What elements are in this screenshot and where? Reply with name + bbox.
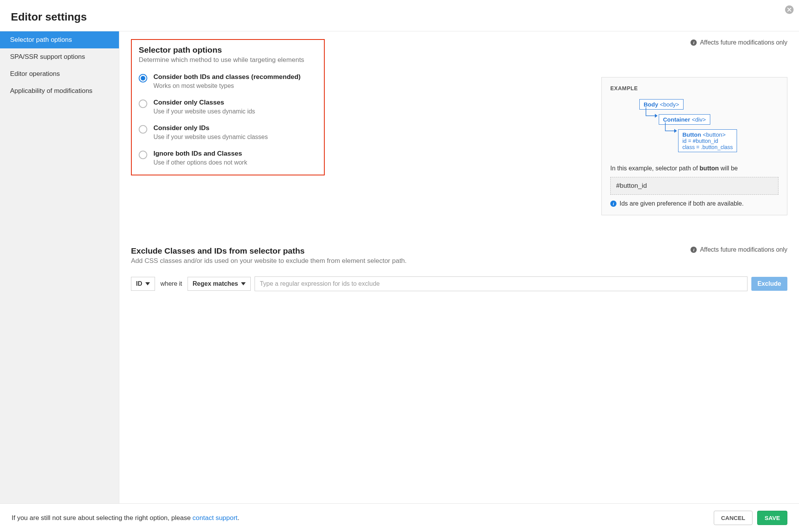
example-description: In this example, selector path of button… bbox=[610, 164, 778, 173]
radio-sublabel: Works on most website types bbox=[153, 82, 301, 89]
radio-option-ids[interactable]: Consider only IDs Use if your website us… bbox=[139, 124, 317, 141]
radio-icon[interactable] bbox=[139, 125, 147, 134]
chevron-down-icon bbox=[145, 282, 150, 285]
section-desc: Determine which method to use while targ… bbox=[139, 56, 317, 64]
example-panel: EXAMPLE Body <body> bbox=[601, 77, 787, 215]
radio-icon[interactable] bbox=[139, 74, 147, 82]
radio-option-ignore[interactable]: Ignore both IDs and Classes Use if other… bbox=[139, 150, 317, 166]
example-code: #button_id bbox=[610, 177, 778, 195]
info-icon: i bbox=[691, 247, 697, 253]
radio-sublabel: Use if your website uses dynamic classes bbox=[153, 134, 268, 141]
example-note-text: Ids are given preference if both are ava… bbox=[620, 200, 744, 207]
radio-icon[interactable] bbox=[139, 100, 147, 108]
exclude-section-title: Exclude Classes and IDs from selector pa… bbox=[131, 246, 683, 256]
sidebar-item-spa-ssr[interactable]: SPA/SSR support options bbox=[0, 48, 119, 65]
section-title: Selector path options bbox=[139, 45, 317, 55]
exclude-input[interactable] bbox=[255, 276, 747, 291]
save-button[interactable]: SAVE bbox=[757, 511, 787, 525]
radio-icon[interactable] bbox=[139, 151, 147, 159]
page-header: Editor settings bbox=[0, 0, 799, 31]
info-icon: i bbox=[691, 39, 697, 46]
radio-label: Ignore both IDs and Classes bbox=[153, 150, 247, 158]
select-attribute-type[interactable]: ID bbox=[131, 277, 155, 291]
radio-label: Consider only IDs bbox=[153, 124, 268, 132]
sidebar-item-selector-path[interactable]: Selector path options bbox=[0, 31, 119, 48]
radio-sublabel: Use if your website uses dynamic ids bbox=[153, 108, 255, 115]
page-title: Editor settings bbox=[11, 11, 788, 23]
footer-help-text: If you are still not sure about selectin… bbox=[12, 514, 239, 522]
info-note-text: Affects future modifications only bbox=[700, 246, 787, 253]
info-icon: i bbox=[610, 201, 616, 207]
sidebar-item-editor-ops[interactable]: Editor operations bbox=[0, 65, 119, 82]
radio-option-both[interactable]: Consider both IDs and classes (recommend… bbox=[139, 73, 317, 89]
sidebar: Selector path options SPA/SSR support op… bbox=[0, 31, 119, 503]
cancel-button[interactable]: CANCEL bbox=[714, 511, 753, 525]
tree-node-button: Button <button> id = #button_id class = … bbox=[678, 129, 737, 152]
main-content: Selector path options Determine which me… bbox=[119, 31, 799, 503]
footer: If you are still not sure about selectin… bbox=[0, 503, 799, 532]
info-note: i Affects future modifications only bbox=[691, 39, 787, 46]
selector-path-section: Selector path options Determine which me… bbox=[131, 39, 325, 175]
contact-support-link[interactable]: contact support bbox=[193, 514, 238, 522]
exclude-section-desc: Add CSS classes and/or ids used on your … bbox=[131, 257, 683, 265]
radio-option-classes[interactable]: Consider only Classes Use if your websit… bbox=[139, 99, 317, 115]
info-note-text: Affects future modifications only bbox=[700, 39, 787, 46]
chevron-down-icon bbox=[241, 282, 246, 285]
radio-sublabel: Use if other options does not work bbox=[153, 159, 247, 166]
select-match-type[interactable]: Regex matches bbox=[188, 277, 251, 291]
close-icon[interactable] bbox=[785, 5, 794, 14]
example-note: i Ids are given preference if both are a… bbox=[610, 200, 778, 207]
dom-tree: Body <body> Container <div> bbox=[610, 99, 778, 152]
sidebar-item-applicability[interactable]: Applicability of modifications bbox=[0, 82, 119, 100]
example-heading: EXAMPLE bbox=[610, 85, 778, 91]
exclude-button[interactable]: Exclude bbox=[751, 277, 787, 291]
radio-label: Consider both IDs and classes (recommend… bbox=[153, 73, 301, 81]
radio-label: Consider only Classes bbox=[153, 99, 255, 106]
where-it-label: where it bbox=[159, 277, 184, 290]
info-note: i Affects future modifications only bbox=[691, 246, 787, 253]
